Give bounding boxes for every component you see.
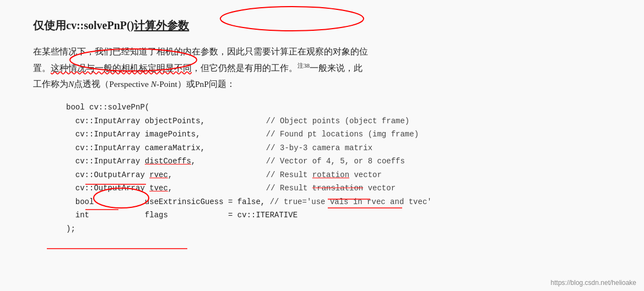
title-prefix: 仅使用cv::solvePnP() — [33, 19, 134, 31]
title-suffix: 计算外参数 — [134, 19, 189, 31]
code-line-4: cv::InputArray distCoeffs, // Vector of … — [66, 155, 611, 168]
code-line-6: cv::OutputArray tvec, // Result translat… — [66, 182, 611, 195]
footnote-ref: 注38 — [297, 62, 310, 68]
code-block: bool cv::solvePnP( cv::InputArray object… — [66, 101, 611, 235]
tvec-underline: tvec — [149, 184, 168, 193]
code-line-closing: ); — [66, 222, 611, 236]
para1-underlined: 这种情况与一般的相机标定明显不同 — [51, 63, 192, 73]
code-line-1: cv::InputArray objectPoints, // Object p… — [66, 114, 611, 128]
code-line-5: cv::OutputArray rvec, // Result rotation… — [66, 168, 611, 182]
code-line-7: bool useExtrinsicGuess = false, // true=… — [66, 195, 611, 209]
distCoeffs-underline: distCoeffs — [145, 157, 191, 166]
code-line-0: bool cv::solvePnP( — [66, 101, 611, 114]
code-line-2: cv::InputArray imagePoints, // Found pt … — [66, 128, 611, 141]
paragraph-1: 在某些情况下，我们已经知道了相机的内在参数，因此只需要计算正在观察的对象的位 置… — [33, 43, 611, 92]
content-area: 仅使用cv::solvePnP()计算外参数 在某些情况下，我们已经知道了相机的… — [0, 0, 644, 252]
para1-text3: 工作称为N点透视（Perspective N-Point）或PnP问题： — [33, 79, 235, 89]
code-line-3: cv::InputArray cameraMatrix, // 3-by-3 c… — [66, 141, 611, 155]
code-bool: bool cv::solvePnP( — [66, 101, 149, 114]
para1-text2: 置。这种情况与一般的相机标定明显不同，但它仍然是有用的工作。注38一般来说，此 — [33, 63, 362, 73]
rvec-underline: rvec — [149, 171, 168, 179]
watermark: https://blog.csdn.net/helioake — [551, 279, 636, 287]
para1-text1: 在某些情况下，我们已经知道了相机的内在参数，因此只需要计算正在观察的对象的位 — [33, 47, 368, 56]
section-title: 仅使用cv::solvePnP()计算外参数 — [33, 15, 189, 36]
code-line-8: int flags = cv::ITERATIVE — [66, 208, 611, 222]
